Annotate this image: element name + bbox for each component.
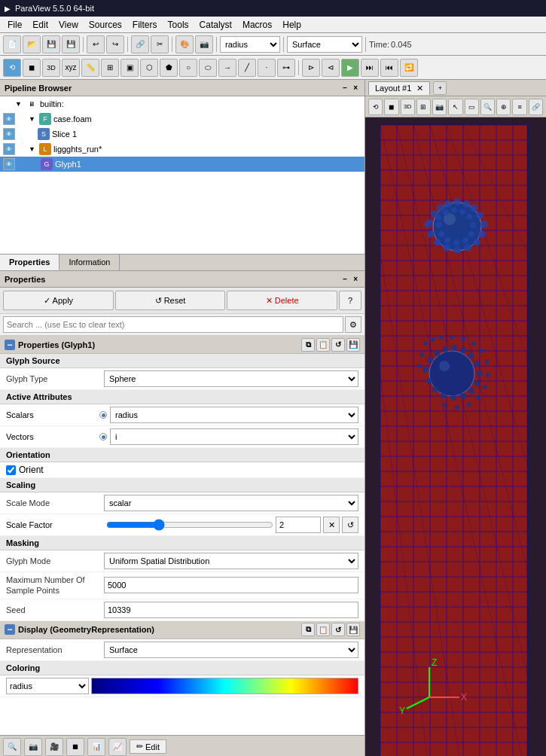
viewport-tab-layout1[interactable]: Layout #1 ✕ [368, 81, 430, 95]
vectors-radio[interactable] [99, 433, 107, 440]
box-btn[interactable]: ▣ [120, 59, 139, 77]
layout-close-btn[interactable]: ✕ [416, 84, 423, 93]
step-btn[interactable]: ⏭ [361, 59, 379, 77]
add-layout-btn[interactable]: + [433, 81, 447, 95]
vt-bar-btn[interactable]: ≡ [512, 99, 526, 115]
render-mode-dropdown[interactable]: Surface [287, 36, 362, 53]
scalars-radio[interactable] [99, 411, 107, 419]
eye-casefoam[interactable]: 👁 [3, 113, 15, 125]
last-btn[interactable]: ⏮ [380, 59, 398, 77]
expand-liggghts[interactable]: ▼ [29, 145, 38, 153]
vt-pick-btn[interactable]: ⊕ [496, 99, 511, 115]
cube-btn[interactable]: ⬡ [140, 59, 158, 77]
orient-checkbox[interactable] [6, 465, 16, 475]
expand-builtin[interactable]: ▼ [15, 100, 24, 108]
cam2-btn[interactable]: ⊲ [322, 59, 340, 77]
representation-dropdown[interactable]: Surface Wireframe Points [104, 642, 358, 658]
save-icon[interactable]: 💾 [346, 338, 360, 352]
screenshot-btn[interactable]: 📷 [195, 35, 213, 53]
surface-btn[interactable]: ◼ [23, 59, 41, 77]
vt-surface-btn[interactable]: ◼ [384, 99, 398, 115]
measure-btn[interactable]: 📏 [81, 59, 99, 77]
tree-item-casefoam[interactable]: 👁 ▼ F case.foam [0, 111, 365, 127]
glyph-type-dropdown[interactable]: Sphere Arrow Cone [104, 370, 358, 387]
color-btn[interactable]: 🎨 [175, 35, 194, 53]
menu-catalyst[interactable]: Catalyst [195, 18, 236, 32]
disconnect-btn[interactable]: ✂ [151, 35, 169, 53]
orient-btn[interactable]: ⊞ [101, 59, 119, 77]
menu-tools[interactable]: Tools [163, 18, 194, 32]
sphere-btn[interactable]: ○ [179, 59, 197, 77]
collapse-icon[interactable]: − [5, 340, 15, 350]
vt-link-btn[interactable]: 🔗 [529, 99, 543, 115]
tree-item-builtin[interactable]: ▼ 🖥 builtin: [0, 96, 365, 111]
3d-btn[interactable]: 3D [42, 59, 60, 77]
seed-input[interactable] [104, 602, 358, 618]
poly-btn[interactable]: ⬟ [160, 59, 178, 77]
arrow-btn[interactable]: → [218, 59, 236, 77]
reset-camera-btn[interactable]: ⟲ [3, 59, 21, 77]
connect-btn[interactable]: 🔗 [131, 35, 149, 53]
display-copy-icon[interactable]: ⧉ [301, 623, 315, 636]
gear-icon[interactable]: ⚙ [345, 316, 361, 333]
display-paste-icon[interactable]: 📋 [316, 623, 330, 636]
menu-help[interactable]: Help [278, 18, 306, 32]
tree-item-slice1[interactable]: 👁 S Slice 1 [0, 127, 365, 142]
tree-item-glyph1[interactable]: 👁 G Glyph1 [0, 157, 365, 172]
open-btn[interactable]: 📂 [23, 35, 41, 53]
bottom-icon1[interactable]: 🔍 [3, 738, 21, 756]
play-btn[interactable]: ▶ [341, 59, 359, 77]
array-dropdown[interactable]: radius [220, 36, 280, 53]
redo-btn[interactable]: ↪ [106, 35, 124, 53]
vt-cam-btn[interactable]: 📷 [432, 99, 447, 115]
new-btn[interactable]: 📄 [3, 35, 21, 53]
menu-file[interactable]: File [3, 18, 26, 32]
ruler-btn[interactable]: ⊶ [277, 59, 295, 77]
eye-glyph1[interactable]: 👁 [3, 158, 15, 170]
bottom-icon4[interactable]: ⏹ [66, 738, 84, 756]
menu-sources[interactable]: Sources [84, 18, 127, 32]
vt-select-btn[interactable]: ▭ [465, 99, 479, 115]
menu-edit[interactable]: Edit [28, 18, 53, 32]
help-button[interactable]: ? [339, 291, 361, 310]
vectors-dropdown[interactable]: i [110, 428, 358, 445]
scalars-dropdown[interactable]: radius [110, 407, 358, 423]
cam1-btn[interactable]: ⊳ [302, 59, 320, 77]
scale-reset-btn[interactable]: ↺ [342, 517, 358, 533]
paste-icon[interactable]: 📋 [316, 338, 330, 352]
coloring-dropdown[interactable]: radius [6, 678, 89, 694]
bottom-icon2[interactable]: 📷 [24, 738, 42, 756]
copy-icon[interactable]: ⧉ [301, 338, 315, 352]
vt-reset-btn[interactable]: ⟲ [368, 99, 383, 115]
bottom-icon5[interactable]: 📊 [87, 738, 105, 756]
apply-button[interactable]: ✓ Apply [3, 291, 114, 310]
menu-macros[interactable]: Macros [238, 18, 276, 32]
display-save-icon[interactable]: 💾 [346, 623, 360, 636]
bottom-icon6[interactable]: 📈 [108, 738, 127, 756]
display-collapse-icon[interactable]: − [5, 624, 15, 635]
scale-factor-slider[interactable] [106, 518, 273, 532]
save-as-btn[interactable]: 💾 [62, 35, 80, 53]
tab-information[interactable]: Information [59, 255, 120, 270]
vt-orient-btn[interactable]: ⊞ [416, 99, 431, 115]
pipeline-minus-icon[interactable]: − [340, 83, 349, 93]
max-sample-input[interactable] [104, 577, 358, 593]
display-refresh-icon[interactable]: ↺ [331, 623, 345, 636]
vt-interact-btn[interactable]: ↖ [448, 99, 462, 115]
edit-button[interactable]: ✏ Edit [130, 739, 166, 754]
bottom-icon3[interactable]: 🎥 [45, 738, 63, 756]
props-minus-icon[interactable]: − [340, 274, 349, 284]
scale-mode-dropdown[interactable]: scalar vector off [104, 495, 358, 511]
menu-filters[interactable]: Filters [128, 18, 162, 32]
delete-button[interactable]: ✕ Delete [227, 291, 337, 310]
menu-view[interactable]: View [54, 18, 83, 32]
scale-factor-input[interactable] [276, 517, 321, 533]
undo-btn[interactable]: ↩ [87, 35, 105, 53]
expand-casefoam[interactable]: ▼ [29, 115, 38, 123]
glyph-mode-dropdown[interactable]: Uniform Spatial Distribution All Points … [104, 553, 358, 569]
refresh-icon[interactable]: ↺ [331, 338, 345, 352]
reset-button[interactable]: ↺ Reset [115, 291, 226, 310]
save-btn[interactable]: 💾 [42, 35, 60, 53]
props-close-icon[interactable]: × [351, 274, 360, 284]
vt-zoom-btn[interactable]: 🔍 [480, 99, 495, 115]
